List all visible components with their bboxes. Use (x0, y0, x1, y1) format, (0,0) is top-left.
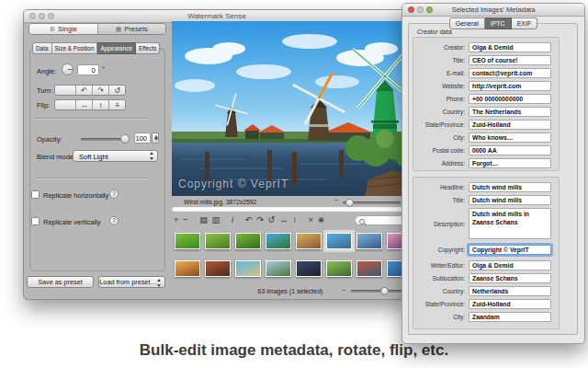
save-icon[interactable]: ▤ (199, 213, 208, 226)
thumbnail[interactable] (326, 260, 352, 277)
filmstrip-scrollbar[interactable] (172, 207, 408, 212)
website-input[interactable]: http://veprit.com (469, 81, 551, 91)
flip-vertical-icon[interactable]: ↕ (92, 100, 108, 109)
title-input[interactable]: CEO of course! (469, 55, 551, 65)
thumbnails-zoom-slider[interactable] (351, 290, 404, 293)
rotate-ccw-icon[interactable]: ↶ (245, 213, 253, 226)
thumbnail[interactable] (356, 260, 382, 277)
state-province-input[interactable]: Zuid-Holland (469, 299, 551, 309)
city-input[interactable]: Zaandam (469, 312, 551, 322)
preview-pane: Copyright © VeprIT Wind mills.jpg, 3872x… (171, 21, 410, 299)
rotate-cw-icon[interactable]: ↷ (256, 213, 264, 226)
watermark-text[interactable]: Copyright © VeprIT (178, 178, 288, 190)
city-label: City: (413, 314, 469, 320)
rotate-cw-icon[interactable]: ↷ (92, 86, 108, 95)
state-province-input[interactable]: Zuid-Holland (469, 120, 551, 130)
preview-photo[interactable]: Copyright © VeprIT (172, 21, 410, 196)
flip-none-button[interactable] (55, 100, 75, 109)
preview-zoom-knob[interactable] (345, 199, 354, 207)
writer-editor-input[interactable]: Olga & Demid (469, 260, 551, 270)
thumbnail[interactable] (296, 260, 322, 277)
field-row: Creator:Olga & Demid (413, 42, 551, 52)
tab-general[interactable]: General (449, 17, 485, 29)
opacity-input[interactable]: 100 (134, 132, 151, 144)
phone-input[interactable]: +00 00000000000 (469, 94, 551, 104)
rotate-180-icon[interactable]: ↺ (268, 213, 276, 226)
tab-appearance[interactable]: Appearance (97, 42, 135, 54)
tab-size-position[interactable]: Size & Position (52, 42, 98, 54)
replicate-horizontally-label: Replicate horizontally (43, 191, 108, 200)
country-input[interactable]: The Netherlands (469, 107, 551, 117)
add-images-icon[interactable]: + (174, 213, 179, 226)
rotate-ccw-icon[interactable]: ↶ (75, 86, 92, 95)
thumbnail[interactable] (235, 260, 261, 277)
tab-data[interactable]: Data (32, 42, 52, 54)
zoom-out-icon[interactable]: − (334, 196, 339, 204)
thumbnails-zoom-out-icon[interactable]: − (342, 286, 346, 294)
country-label: Country: (413, 109, 469, 115)
address-input[interactable]: Forgot… (469, 158, 551, 168)
field-row: E-mail:contact@veprit.com (413, 68, 551, 78)
replicate-vertically-checkbox[interactable] (31, 217, 40, 225)
creator-input[interactable]: Olga & Demid (469, 42, 551, 52)
opacity-stepper[interactable] (152, 132, 159, 144)
tab-iptc[interactable]: IPTC (485, 17, 512, 29)
thumbnail[interactable] (266, 260, 291, 277)
remove-from-list-icon[interactable]: × (308, 213, 313, 226)
sublocation-input[interactable]: Zaanse Schans (469, 273, 551, 283)
help-button[interactable]: ? (109, 190, 119, 199)
metadata-tabs: General IPTC EXIF (402, 17, 584, 29)
country-input[interactable]: Netherlands (469, 286, 551, 296)
settings-tabs: Data Size & Position Appearance Effects (32, 42, 160, 54)
replicate-horizontally-checkbox[interactable] (31, 190, 40, 199)
thumbnail[interactable] (205, 233, 231, 249)
flip-horizontal-icon[interactable]: ↔ (75, 100, 92, 109)
city-input[interactable]: Who knows… (469, 132, 551, 143)
tab-presets[interactable]: ▦ Presets (97, 24, 166, 34)
load-from-preset-button[interactable]: Load from preset… (98, 276, 165, 288)
flip-both-icon[interactable]: ↔ ↕ (108, 100, 125, 109)
thumbnail-row (175, 260, 413, 277)
flip-horizontal-icon[interactable]: ↔ (279, 213, 288, 226)
email-input[interactable]: contact@veprit.com (469, 68, 551, 78)
title-label: Title: (413, 197, 469, 203)
save-as-preset-button[interactable]: Save as preset (27, 276, 94, 288)
turn-label: Turn: (37, 86, 52, 95)
angle-dial[interactable] (62, 63, 74, 75)
headline-input[interactable]: Dutch wind mills (469, 182, 551, 192)
field-row: City:Zaandam (413, 312, 551, 322)
turn-none-button[interactable] (55, 86, 75, 95)
tab-effects[interactable]: Effects (136, 42, 160, 54)
rotate-180-icon[interactable]: ↺ (108, 86, 125, 95)
thumbnail[interactable] (175, 233, 200, 249)
clear-list-icon[interactable]: ⋇ (317, 213, 324, 226)
watermark-settings-sidebar: ⚙ Single ▦ Presets Data Size & Position … (24, 22, 171, 299)
angle-input[interactable]: 0 (77, 64, 99, 75)
info-icon[interactable]: i (232, 213, 233, 226)
thumbnail[interactable] (175, 260, 200, 277)
thumbnail[interactable] (356, 233, 382, 249)
field-row: Phone:+00 00000000000 (413, 94, 551, 104)
flip-vertical-icon[interactable]: ↕ (292, 213, 297, 226)
description-textarea[interactable]: Dutch wind mills in Zaanse Schans (469, 208, 551, 239)
title-input[interactable]: Dutch wind mills (469, 195, 551, 205)
thumbnail[interactable] (205, 260, 231, 277)
tab-single[interactable]: ⚙ Single (29, 24, 97, 34)
copyright-label: Copyright: (413, 247, 469, 253)
metadata-titlebar[interactable]: Selected Images' Metadata (402, 4, 584, 17)
postal-code-input[interactable]: 0000 AA (469, 145, 551, 155)
blend-mode-popup[interactable]: Soft Light (73, 150, 158, 162)
thumbnail[interactable] (326, 233, 352, 249)
export-icon[interactable]: ▥ (212, 213, 220, 226)
thumbnails-zoom-knob[interactable] (380, 287, 389, 295)
thumbnail[interactable] (266, 233, 291, 249)
tab-exif[interactable]: EXIF (512, 17, 538, 29)
opacity-slider-knob[interactable] (120, 134, 130, 144)
remove-image-icon[interactable]: − (183, 213, 188, 226)
thumbnail[interactable] (296, 233, 322, 249)
help-button[interactable]: ? (109, 216, 119, 225)
copyright-input[interactable]: Copyright © VeprIT (469, 245, 551, 255)
search-input[interactable] (355, 215, 407, 225)
thumbnail[interactable] (235, 233, 261, 249)
search-icon (359, 219, 365, 224)
